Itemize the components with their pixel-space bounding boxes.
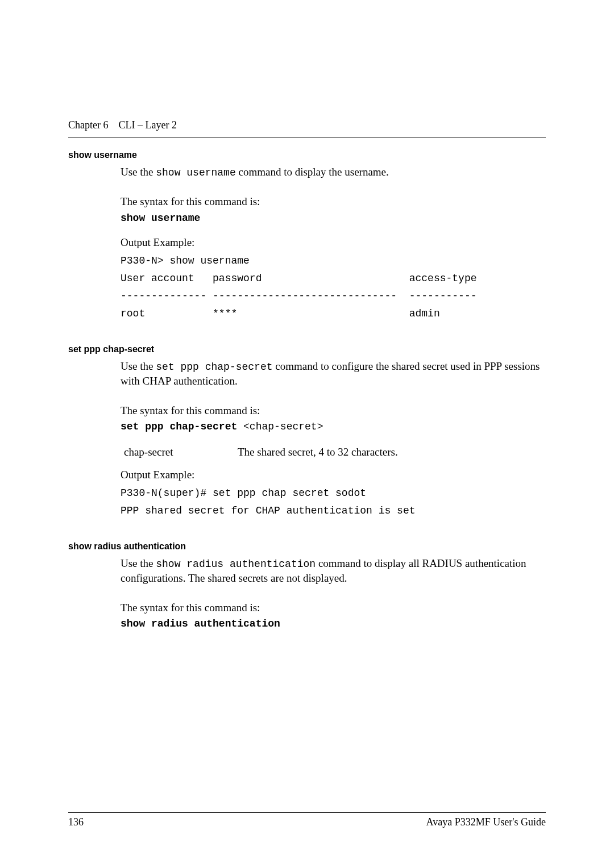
heading-set-ppp: set ppp chap-secret <box>68 344 546 354</box>
syntax-intro: The syntax for this command is: <box>121 600 546 615</box>
desc-prefix: Use the <box>121 360 156 372</box>
body-show-radius: Use the show radius authentication comma… <box>121 556 546 630</box>
output-line-4: root **** admin <box>121 306 546 322</box>
body-show-username: Use the show username command to display… <box>121 165 546 322</box>
syntax-code-bold: set ppp chap-secret <box>121 421 237 432</box>
footer-row: 136 Avaya P332MF User's Guide <box>68 816 546 828</box>
syntax-code: show username <box>121 212 546 224</box>
footer: 136 Avaya P332MF User's Guide <box>68 812 546 828</box>
output-line-1: P330-N> show username <box>121 253 546 269</box>
chapter-title: CLI – Layer 2 <box>118 119 176 131</box>
syntax-intro: The syntax for this command is: <box>121 194 546 209</box>
desc-prefix: Use the <box>121 166 156 178</box>
output-line-3: -------------- -------------------------… <box>121 289 546 304</box>
output-line-2: User account password access-type <box>121 271 546 286</box>
param-name: chap-secret <box>124 446 238 458</box>
heading-show-username: show username <box>68 150 546 160</box>
syntax-code: show radius authentication <box>121 618 546 629</box>
desc-show-username: Use the show username command to display… <box>121 165 546 180</box>
desc-suffix: command to display the username. <box>236 166 389 178</box>
param-row: chap-secret The shared secret, 4 to 32 c… <box>124 446 546 458</box>
desc-set-ppp: Use the set ppp chap-secret command to c… <box>121 359 546 389</box>
running-head: Chapter 6 CLI – Layer 2 <box>68 119 546 131</box>
header-rule <box>68 137 546 137</box>
output-line-1: P330-N(super)# set ppp chap secret sodot <box>121 486 546 501</box>
desc-code: set ppp chap-secret <box>156 361 272 373</box>
heading-show-radius: show radius authentication <box>68 541 546 552</box>
footer-rule <box>68 812 546 813</box>
syntax-intro: The syntax for this command is: <box>121 403 546 418</box>
page-number: 136 <box>68 816 84 828</box>
syntax-line: set ppp chap-secret <chap-secret> <box>121 421 546 432</box>
body-set-ppp: Use the set ppp chap-secret command to c… <box>121 359 546 519</box>
chapter-label: Chapter 6 <box>68 119 108 131</box>
page-container: Chapter 6 CLI – Layer 2 show username Us… <box>0 0 614 868</box>
desc-code: show radius authentication <box>156 558 316 570</box>
desc-show-radius: Use the show radius authentication comma… <box>121 556 546 586</box>
output-label: Output Example: <box>121 235 546 250</box>
param-desc: The shared secret, 4 to 32 characters. <box>238 446 398 458</box>
doc-title: Avaya P332MF User's Guide <box>426 816 546 828</box>
syntax-code-rest: <chap-secret> <box>237 421 323 432</box>
desc-code: show username <box>156 167 235 178</box>
output-label: Output Example: <box>121 468 546 482</box>
output-line-2: PPP shared secret for CHAP authenticatio… <box>121 503 546 519</box>
desc-prefix: Use the <box>121 557 156 569</box>
